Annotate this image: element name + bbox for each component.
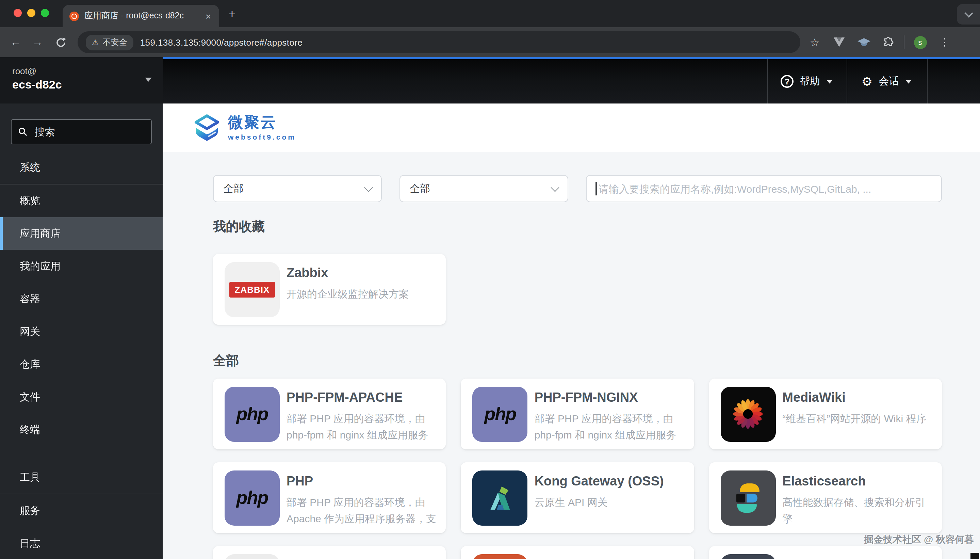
sidebar-item-overview[interactable]: 概览 [0,185,163,217]
search-icon [18,127,27,137]
sidebar: 系统 概览 应用商店 我的应用 容器 网关 仓库 文件 终端 工具 服务 日志 [0,104,163,559]
app-card-php[interactable]: php PHP 部署 PHP 应用的容器环境，由 Apache 作为应用程序服务… [213,462,446,533]
app-card-php-fpm-apache[interactable]: php PHP-FPM-APACHE 部署 PHP 应用的容器环境，由 php-… [213,379,446,449]
sidebar-item-logs[interactable]: 日志 [0,527,163,559]
scrollbar-corner [970,553,979,559]
sidebar-item-services[interactable]: 服务 [0,495,163,527]
extensions-puzzle-icon[interactable] [878,32,898,53]
sidebar-item-gateway[interactable]: 网关 [0,315,163,348]
app-card-partial[interactable] [709,546,942,559]
app-desc: 部署 PHP 应用的容器环境，由 php-fpm 和 nginx 组成应用服务 [535,410,685,443]
app-search-input[interactable] [597,182,932,195]
new-tab-button[interactable]: + [229,8,236,20]
help-question-icon: ? [780,75,794,88]
session-label: 会话 [879,75,899,88]
browser-window: 应用商店 - root@ecs-d82c × + ← → ⚠ 不安全 159.1… [0,0,980,559]
chevron-down-icon [364,183,373,191]
tab-title: 应用商店 - root@ecs-d82c [84,10,199,22]
app-card-php-fpm-nginx[interactable]: php PHP-FPM-NGINX 部署 PHP 应用的容器环境，由 php-f… [461,379,694,449]
favorites-section-title: 我的收藏 [213,218,942,236]
app-name: PHP-FPM-NGINX [535,389,685,407]
app-card-partial[interactable] [461,546,694,559]
appstore-content: 全部 全部 我的收藏 ZABBI [163,152,980,559]
app-card-mediawiki[interactable]: MediaWiki “维基百科”网站开源的 Wiki 程序 [709,379,942,449]
window-controls[interactable] [13,9,49,17]
all-section-title: 全部 [213,352,942,370]
header-divider [927,59,927,104]
host-switcher[interactable]: root@ ecs-d82c [0,57,163,104]
app-logo-icon [473,554,528,559]
app-search[interactable] [586,175,942,202]
app-name: Kong Gateway (OSS) [535,473,664,490]
toolbar-divider [904,35,904,49]
browser-tab[interactable]: 应用商店 - root@ecs-d82c × [63,5,219,27]
chevron-down-icon [551,183,559,191]
app-desc: 开源的企业级监控解决方案 [287,286,409,302]
app-desc: 部署 PHP 应用的容器环境，由 Apache 作为应用程序服务器，支 [287,495,437,527]
logo-band: 微聚云 websoft9.com [163,104,980,152]
sidebar-item-myapps[interactable]: 我的应用 [0,250,163,283]
close-window-button[interactable] [13,9,22,17]
app-name: Zabbix [287,264,409,282]
favorites-row: ZABBIX Zabbix 开源的企业级监控解决方案 [213,254,942,325]
app-logo-icon [720,554,775,559]
sidebar-item-files[interactable]: 文件 [0,380,163,413]
session-menu[interactable]: ⚙ 会话 [846,59,927,104]
app-card-kong-gateway[interactable]: Kong Gateway (OSS) 云原生 API 网关 [461,462,694,533]
filter-row: 全部 全部 [213,175,942,202]
reload-button[interactable] [50,32,71,53]
gear-icon: ⚙ [861,75,873,88]
sidebar-item-repository[interactable]: 仓库 [0,348,163,380]
browser-tabstrip: 应用商店 - root@ecs-d82c × + [0,0,980,27]
zabbix-logo-icon: ZABBIX [224,262,280,317]
help-menu[interactable]: ? 帮助 [767,59,846,104]
sidebar-item-containers[interactable]: 容器 [0,283,163,315]
back-button[interactable]: ← [7,36,25,48]
app-card-elasticsearch[interactable]: Elasticsearch 高性能数据存储、搜索和分析引擎 [709,462,942,533]
forward-button[interactable]: → [28,36,46,48]
kong-gorilla-icon [473,470,528,525]
php-logo-icon: php [473,386,528,442]
brand-title: 微聚云 [228,115,296,131]
app-desc: “维基百科”网站开源的 Wiki 程序 [782,410,926,427]
sidebar-item-tools[interactable]: 工具 [0,461,163,494]
sidebar-item-appstore[interactable]: 应用商店 [0,217,163,250]
vue-devtools-extension-icon[interactable] [829,32,849,53]
cockpit-app: root@ ecs-d82c ? 帮助 ⚙ 会话 [0,57,980,559]
app-name: PHP [287,473,437,490]
zoom-window-button[interactable] [41,9,49,17]
watermark: 掘金技术社区 @ 秋容何暮 [864,534,974,546]
app-name: Elasticsearch [782,473,932,490]
app-grid: php PHP-FPM-APACHE 部署 PHP 应用的容器环境，由 php-… [213,379,942,559]
close-tab-icon[interactable]: × [204,10,212,22]
browser-menu-icon[interactable]: ⋮ [934,32,955,53]
url-bar[interactable]: ⚠ 不安全 159.138.3.135:9000/appstore#/appst… [78,31,800,53]
sidebar-item-system[interactable]: 系统 [0,151,163,184]
app-card-partial[interactable] [213,546,446,559]
app-card-zabbix[interactable]: ZABBIX Zabbix 开源的企业级监控解决方案 [213,254,446,325]
sidebar-item-terminal[interactable]: 终端 [0,413,163,446]
profile-avatar[interactable]: s [910,32,931,53]
hostname: ecs-d82c [12,78,150,92]
url-text[interactable]: 159.138.3.135:9000/appstore#/appstore [140,37,302,47]
brand-subtitle: websoft9.com [228,132,296,141]
warning-icon: ⚠ [92,38,99,46]
chevron-down-icon [906,79,912,83]
security-chip[interactable]: ⚠ 不安全 [86,35,134,50]
bookmark-star-icon[interactable]: ☆ [804,32,825,53]
header-bar: ? 帮助 ⚙ 会话 [163,57,980,104]
php-logo-icon: php [224,386,280,442]
elasticsearch-logo-icon [720,470,775,525]
type-select[interactable]: 全部 [399,175,568,202]
php-logo-icon: php [224,470,280,525]
app-desc: 云原生 API 网关 [535,495,664,511]
tab-search-button[interactable] [957,4,980,25]
minimize-window-button[interactable] [27,9,35,17]
user-prefix: root@ [12,66,150,76]
category-select[interactable]: 全部 [213,175,382,202]
graduation-cap-extension-icon[interactable] [853,32,874,53]
sidebar-search[interactable] [11,119,152,144]
websoft9-cube-icon [193,113,221,142]
help-label: 帮助 [800,75,820,88]
sidebar-search-input[interactable] [33,125,144,138]
